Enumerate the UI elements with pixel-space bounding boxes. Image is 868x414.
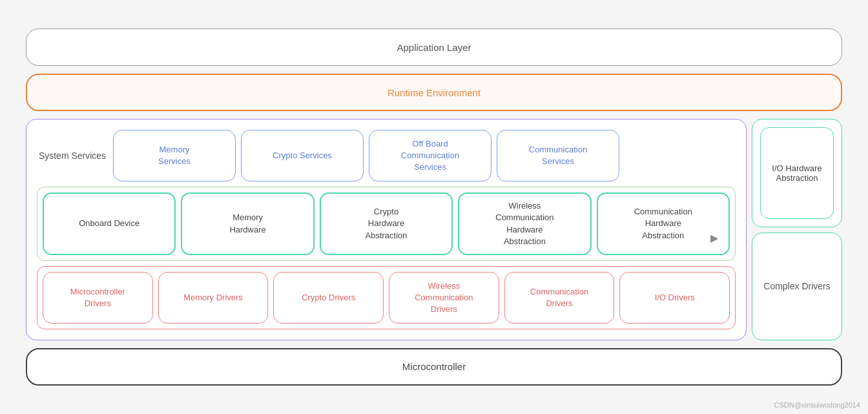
application-layer-label: Application Layer (397, 42, 471, 53)
crypto-drivers-label: Crypto Drivers (302, 292, 355, 304)
comm-drivers-label: CommunicationDrivers (530, 286, 588, 309)
diagram-container: Application Layer Runtime Environment Sy… (14, 17, 854, 397)
runtime-env-layer: Runtime Environment (26, 74, 842, 111)
comm-drivers-box: CommunicationDrivers (504, 272, 615, 324)
crypto-services-box: Crypto Services (241, 130, 364, 181)
io-drivers-box: I/O Drivers (619, 272, 730, 324)
onboard-device-box: Onboard Device (43, 192, 176, 255)
wireless-comm-drivers-label: WirelessCommunicationDrivers (415, 280, 473, 316)
memory-hardware-box: MemoryHardware (181, 192, 314, 255)
drivers-row: MicrocontrollerDrivers Memory Drivers Cr… (37, 266, 736, 329)
io-drivers-label: I/O Drivers (655, 292, 695, 304)
wireless-comm-drivers-box: WirelessCommunicationDrivers (389, 272, 499, 324)
microcontroller-label: Microcontroller (402, 361, 466, 372)
memory-services-box: MemoryServices (113, 130, 236, 181)
complex-drivers-box: Complex Drivers (752, 233, 842, 340)
system-services-outer: System Services MemoryServices Crypto Se… (26, 119, 747, 340)
offboard-services-box: Off BoardCommunicationServices (369, 130, 491, 181)
io-hardware-box: I/O Hardware Abstraction (760, 127, 834, 218)
crypto-services-label: Crypto Services (273, 150, 332, 161)
watermark: CSDN@xinsuiwodong2014 (774, 401, 860, 409)
cursor-icon: ▶ (710, 231, 718, 245)
memory-hardware-label: MemoryHardware (229, 212, 265, 235)
complex-drivers-label: Complex Drivers (763, 281, 830, 291)
services-row: System Services MemoryServices Crypto Se… (37, 130, 736, 181)
memory-drivers-label: Memory Drivers (183, 292, 243, 304)
crypto-drivers-box: Crypto Drivers (273, 272, 384, 324)
comm-hardware-abs-label: CommunicationHardwareAbstraction (634, 206, 692, 242)
system-services-label: System Services (39, 150, 106, 161)
wireless-comm-hardware-label: WirelessCommunicationHardwareAbstraction (495, 200, 553, 247)
application-layer: Application Layer (26, 28, 842, 66)
io-hardware-outer: I/O Hardware Abstraction (752, 119, 842, 227)
io-hardware-label: I/O Hardware Abstraction (766, 163, 828, 183)
comm-hardware-abs-box: CommunicationHardwareAbstraction ▶ (597, 192, 730, 255)
communication-services-label: CommunicationServices (529, 144, 587, 167)
memory-drivers-box: Memory Drivers (158, 272, 269, 324)
microcontroller-drivers-box: MicrocontrollerDrivers (43, 272, 153, 324)
right-column: I/O Hardware Abstraction Complex Drivers (752, 119, 842, 340)
microcontroller-drivers-label: MicrocontrollerDrivers (70, 286, 125, 309)
middle-section: System Services MemoryServices Crypto Se… (26, 119, 842, 340)
crypto-hardware-box: CryptoHardwareAbstraction (320, 192, 453, 255)
hardware-abs-row: Onboard Device MemoryHardware CryptoHard… (37, 187, 736, 261)
crypto-hardware-label: CryptoHardwareAbstraction (365, 206, 407, 242)
wireless-comm-hardware-box: WirelessCommunicationHardwareAbstraction (458, 192, 591, 255)
memory-services-label: MemoryServices (158, 144, 191, 167)
runtime-env-label: Runtime Environment (388, 87, 480, 98)
microcontroller-layer: Microcontroller (26, 348, 842, 386)
onboard-device-label: Onboard Device (79, 218, 140, 229)
offboard-services-label: Off BoardCommunicationServices (401, 138, 459, 174)
system-services-cell: System Services (37, 130, 108, 181)
communication-services-box: CommunicationServices (497, 130, 619, 181)
